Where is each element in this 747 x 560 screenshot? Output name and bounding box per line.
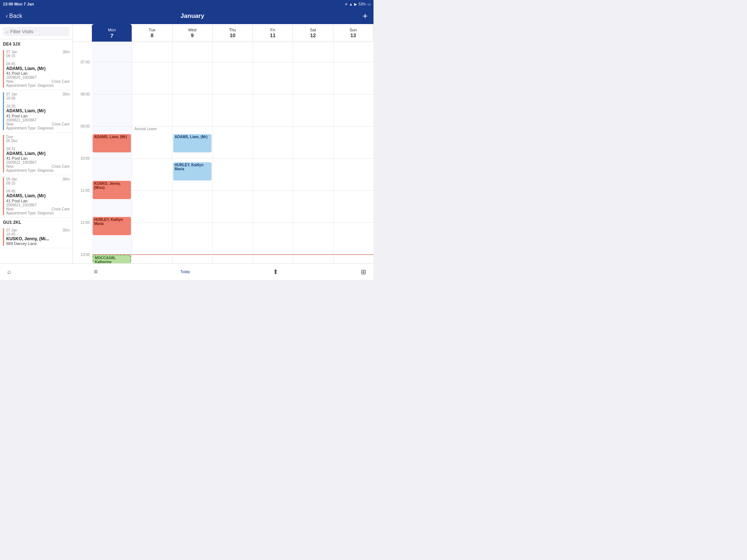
day-col-wed: ADAMS, Liam, (Mr) HURLEY, Kaitlyn Maria …	[173, 42, 213, 263]
today-label: Today	[180, 270, 190, 274]
list-item[interactable]: 07 Jan10:45 30m KUSKO, Jenny, (Mi... 889…	[0, 226, 73, 248]
status-time-date: 13:00 Mon 7 Jan	[3, 2, 34, 6]
main-layout: ⌕ DE4 3JX 07 Jan09:15-09:45 30m ADAMS, L…	[0, 24, 374, 263]
search-icon: ⌕	[6, 29, 8, 34]
tab-search[interactable]: ⌕	[7, 268, 11, 276]
search-input[interactable]	[10, 29, 67, 34]
current-time-line-tue	[132, 254, 172, 255]
upload-tab-icon: ⬆	[273, 268, 278, 276]
tab-filter[interactable]: ≡	[94, 268, 98, 276]
search-tab-icon: ⌕	[7, 268, 11, 276]
battery-label: 53%	[359, 2, 366, 6]
current-time-line-fri	[253, 254, 293, 255]
chevron-left-icon: ‹	[6, 13, 8, 19]
day-col-sat: ADAMS, Liam, (Mr)	[293, 42, 333, 263]
day-header-sat[interactable]: Sat 12	[293, 24, 333, 42]
cal-event[interactable]: HURLEY, Kaitlyn Maria	[93, 217, 131, 235]
tab-upload[interactable]: ⬆	[273, 268, 278, 276]
day-header-thu[interactable]: Thu 10	[213, 24, 253, 42]
time-label-13: 13:00	[81, 253, 90, 257]
tab-map[interactable]: ⊞	[361, 268, 366, 276]
postal-group-gu1: GU1 2KL	[0, 218, 73, 226]
day-col-thu: ADAMS, Liam, (Mr)	[213, 42, 253, 263]
day-col-tue: Annual Leave	[132, 42, 172, 263]
day-header-mon[interactable]: Mon 7	[92, 24, 132, 42]
current-time-line-sat	[293, 254, 333, 255]
time-label-07: 07:00	[81, 60, 90, 64]
list-item[interactable]: Due05 Dec09:31 ADAMS, Liam, (Mr) 41 Pool…	[0, 133, 73, 175]
app-header: ‹ Back January +	[0, 8, 374, 24]
day-col-mon: ADAMS, Liam, (Mr) KUSKO, Jenny, (Miss) H…	[92, 42, 132, 263]
battery-icon: ▭	[367, 2, 371, 6]
time-label-09: 09:00	[81, 124, 90, 128]
cal-event[interactable]: MOCCASIN, Katherine	[93, 254, 131, 263]
day-header-sun[interactable]: Sun 13	[333, 24, 374, 42]
tab-bar: ⌕ ≡ Today ⬆ ⊞	[0, 263, 374, 280]
time-label-10: 10:00	[81, 156, 90, 160]
time-label-12: 12:00	[81, 221, 90, 225]
current-time-line-wed	[173, 254, 212, 255]
location-icon: ▶	[354, 2, 357, 6]
cal-event[interactable]: ADAMS, Liam, (Mr)	[173, 134, 212, 152]
add-button[interactable]: +	[363, 11, 368, 21]
search-bar: ⌕	[0, 24, 73, 39]
list-item[interactable]: 07 Jan16:00-16:30 30m ADAMS, Liam, (Mr) …	[0, 90, 73, 132]
day-headers: Mon 7 Tue 8 Wed 9 Thu 10 Fri 11 Sat 12	[73, 24, 374, 42]
cal-event[interactable]: HURLEY, Kaitlyn Maria	[173, 162, 212, 180]
wifi-icon: ▲	[349, 2, 353, 6]
calendar-grid: 07:00 08:00 09:00 10:00 11:00 12:00 13:0…	[73, 42, 374, 263]
brightness-icon: ✳	[345, 2, 348, 6]
visits-list: DE4 3JX 07 Jan09:15-09:45 30m ADAMS, Lia…	[0, 39, 73, 263]
current-time-line	[92, 254, 132, 255]
tab-today[interactable]: Today	[180, 270, 190, 274]
current-time-line-thu	[213, 254, 252, 255]
back-button[interactable]: ‹ Back	[6, 13, 22, 19]
day-header-wed[interactable]: Wed 9	[173, 24, 213, 42]
day-header-fri[interactable]: Fri 11	[253, 24, 293, 42]
map-tab-icon: ⊞	[361, 268, 366, 276]
search-wrapper: ⌕	[3, 27, 70, 36]
time-label-08: 08:00	[81, 92, 90, 96]
time-col-header	[73, 24, 92, 42]
header-title: January	[181, 12, 204, 20]
day-header-tue[interactable]: Tue 8	[132, 24, 172, 42]
day-col-sun	[334, 42, 374, 263]
cal-event-annual-leave: Annual Leave	[133, 126, 171, 133]
list-item[interactable]: 09 Jan09:15-09:45 30m ADAMS, Liam, (Mr) …	[0, 175, 73, 217]
postal-group-de4: DE4 3JX	[0, 39, 73, 48]
time-column: 07:00 08:00 09:00 10:00 11:00 12:00 13:0…	[73, 42, 92, 263]
day-col-fri: ADAMS, Liam, (Mr)	[253, 42, 293, 263]
calendar-scroll[interactable]: 07:00 08:00 09:00 10:00 11:00 12:00 13:0…	[73, 42, 374, 263]
cal-event[interactable]: KUSKO, Jenny, (Miss)	[93, 181, 131, 199]
filter-tab-icon: ≡	[94, 268, 98, 276]
status-right: ✳ ▲ ▶ 53% ▭	[345, 2, 371, 6]
current-time-line-sun	[334, 254, 374, 255]
right-panel: Mon 7 Tue 8 Wed 9 Thu 10 Fri 11 Sat 12	[73, 24, 374, 263]
left-panel: ⌕ DE4 3JX 07 Jan09:15-09:45 30m ADAMS, L…	[0, 24, 73, 263]
list-item[interactable]: 07 Jan09:15-09:45 30m ADAMS, Liam, (Mr) …	[0, 48, 73, 90]
status-bar: 13:00 Mon 7 Jan ✳ ▲ ▶ 53% ▭	[0, 0, 374, 8]
time-label-11: 11:00	[81, 188, 90, 192]
cal-event[interactable]: ADAMS, Liam, (Mr)	[93, 134, 131, 152]
